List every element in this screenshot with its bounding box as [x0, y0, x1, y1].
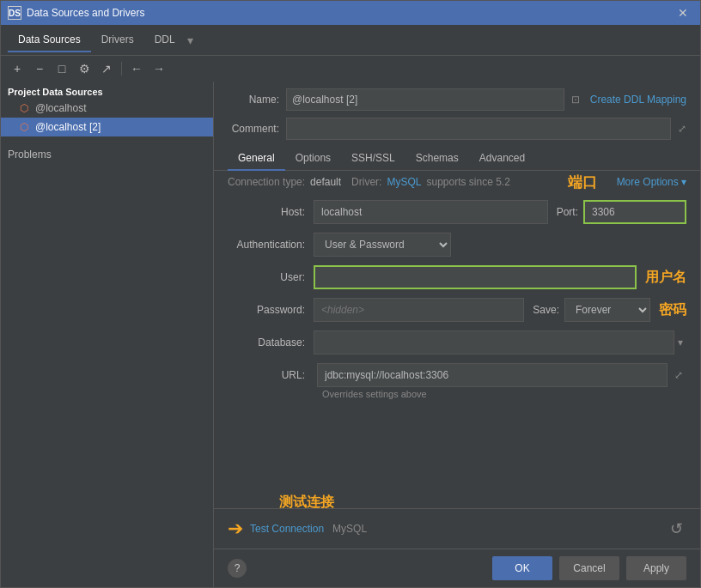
url-label: URL:: [228, 369, 314, 381]
username-chinese-label: 用户名: [645, 269, 686, 287]
auth-select[interactable]: User & Password No auth Username only SS…: [314, 233, 451, 257]
save-label: Save:: [533, 304, 559, 316]
db-icon-localhost: ⬡: [18, 102, 30, 114]
driver-link[interactable]: MySQL: [387, 176, 421, 188]
reset-button[interactable]: ↺: [667, 516, 686, 542]
inner-tab-schemas[interactable]: Schemas: [405, 147, 469, 171]
title-bar: DS Data Sources and Drivers ✕: [1, 1, 700, 25]
save-group: Save: Forever Until restart Never: [533, 298, 650, 322]
tab-drivers[interactable]: Drivers: [91, 28, 144, 52]
name-input[interactable]: [286, 88, 564, 111]
database-input[interactable]: [314, 330, 674, 355]
toolbar-separator: [121, 62, 122, 76]
conn-type-label: Connection type:: [228, 176, 305, 188]
toolbar: + − □ ⚙ ↗ ← →: [1, 56, 700, 82]
inner-tabs-bar: General Options SSH/SSL Schemas Advanced: [214, 143, 700, 171]
ok-button[interactable]: OK: [492, 556, 552, 580]
problems-section: Problems: [1, 143, 213, 166]
name-row: Name: ⊡ Create DDL Mapping: [214, 82, 700, 114]
dialog-window: DS Data Sources and Drivers ✕ Data Sourc…: [0, 0, 701, 588]
password-input[interactable]: [314, 298, 524, 322]
port-input[interactable]: [583, 200, 686, 224]
create-ddl-link[interactable]: Create DDL Mapping: [590, 94, 686, 106]
tabs-more-chevron[interactable]: ▾: [187, 33, 193, 47]
url-expand-btn[interactable]: ⤢: [671, 369, 686, 381]
password-label: Password:: [228, 304, 314, 316]
top-tabs-bar: Data Sources Drivers DDL ▾: [1, 25, 700, 56]
more-options-link[interactable]: More Options ▾: [617, 176, 686, 188]
test-connection-link[interactable]: Test Connection: [250, 523, 324, 535]
comment-input[interactable]: [286, 118, 671, 140]
problems-label: Problems: [8, 149, 52, 161]
export-button[interactable]: ↗: [97, 59, 116, 78]
inner-tab-advanced[interactable]: Advanced: [469, 147, 535, 171]
port-chinese-label: 端口: [568, 173, 597, 192]
cancel-button[interactable]: Cancel: [559, 556, 619, 580]
url-row: URL: ⤢ Overrides settings above: [228, 363, 686, 399]
url-hint: Overrides settings above: [322, 389, 686, 399]
database-label: Database:: [228, 336, 314, 349]
url-input[interactable]: [317, 363, 667, 387]
left-panel: Project Data Sources ⬡ @localhost ⬡ @loc…: [1, 82, 214, 587]
password-row: Password: Save: Forever Until restart Ne…: [228, 298, 686, 322]
form-area: Host: Port: Authentication: User & Passw…: [214, 193, 700, 508]
user-row: User: 用户名: [228, 265, 686, 289]
database-dropdown-btn[interactable]: ▾: [674, 336, 686, 349]
tree-item-localhost2[interactable]: ⬡ @localhost [2]: [1, 118, 213, 136]
copy-button[interactable]: □: [52, 59, 71, 78]
user-input[interactable]: [314, 265, 637, 289]
action-buttons-bar: ? OK Cancel Apply: [214, 549, 700, 587]
conn-type-value: default: [310, 176, 341, 188]
project-data-sources-label: Project Data Sources: [1, 82, 213, 99]
password-chinese-label: 密码: [659, 301, 686, 319]
forward-button[interactable]: →: [149, 59, 168, 78]
back-button[interactable]: ←: [127, 59, 146, 78]
save-select[interactable]: Forever Until restart Never: [564, 298, 650, 322]
help-button[interactable]: ?: [228, 559, 247, 578]
tree-item-localhost[interactable]: ⬡ @localhost: [1, 99, 213, 118]
database-row: Database: ▾: [228, 330, 686, 355]
host-port-row: Host: Port:: [228, 200, 686, 224]
port-group: Port:: [557, 200, 686, 224]
user-label: User:: [228, 271, 314, 283]
apply-button[interactable]: Apply: [626, 556, 686, 580]
window-title: Data Sources and Drivers: [27, 7, 673, 19]
inner-tab-general[interactable]: General: [228, 147, 285, 171]
conn-type-row: Connection type: default Driver: MySQL s…: [214, 171, 700, 193]
add-button[interactable]: +: [8, 59, 27, 78]
bottom-left-section: 测试连接 ➔ Test Connection MySQL: [228, 518, 367, 540]
app-icon: DS: [8, 6, 21, 20]
inner-tab-ssh-ssl[interactable]: SSH/SSL: [341, 147, 405, 171]
db-icon-localhost2: ⬡: [18, 121, 30, 133]
tab-data-sources[interactable]: Data Sources: [8, 28, 91, 52]
comment-label: Comment:: [228, 123, 279, 135]
comment-row: Comment: ⤢: [214, 114, 700, 143]
driver-since-text: supports since 5.2: [426, 176, 509, 188]
main-content: Project Data Sources ⬡ @localhost ⬡ @loc…: [1, 82, 700, 587]
host-input[interactable]: [314, 200, 548, 224]
inner-tab-options[interactable]: Options: [285, 147, 341, 171]
name-expand-button[interactable]: ⊡: [571, 94, 580, 106]
remove-button[interactable]: −: [30, 59, 49, 78]
host-label: Host:: [228, 206, 314, 218]
comment-expand-button[interactable]: ⤢: [678, 123, 686, 135]
tree-item-localhost2-label: @localhost [2]: [35, 121, 101, 133]
config-button[interactable]: ⚙: [75, 59, 94, 78]
test-arrow-icon: ➔: [228, 518, 243, 540]
tab-ddl[interactable]: DDL: [144, 28, 186, 52]
tree-item-localhost-label: @localhost: [35, 102, 87, 114]
bottom-bar: 测试连接 ➔ Test Connection MySQL ↺: [214, 508, 700, 549]
auth-label: Authentication:: [228, 239, 314, 251]
close-button[interactable]: ✕: [673, 4, 693, 21]
name-label: Name:: [228, 94, 279, 106]
port-label: Port:: [557, 206, 578, 218]
driver-label: Driver:: [351, 176, 381, 188]
mysql-version-label: MySQL: [332, 523, 367, 535]
right-panel: Name: ⊡ Create DDL Mapping Comment: ⤢ Ge…: [214, 82, 700, 587]
url-input-wrap: URL: ⤢: [228, 363, 686, 387]
auth-row: Authentication: User & Password No auth …: [228, 233, 686, 257]
